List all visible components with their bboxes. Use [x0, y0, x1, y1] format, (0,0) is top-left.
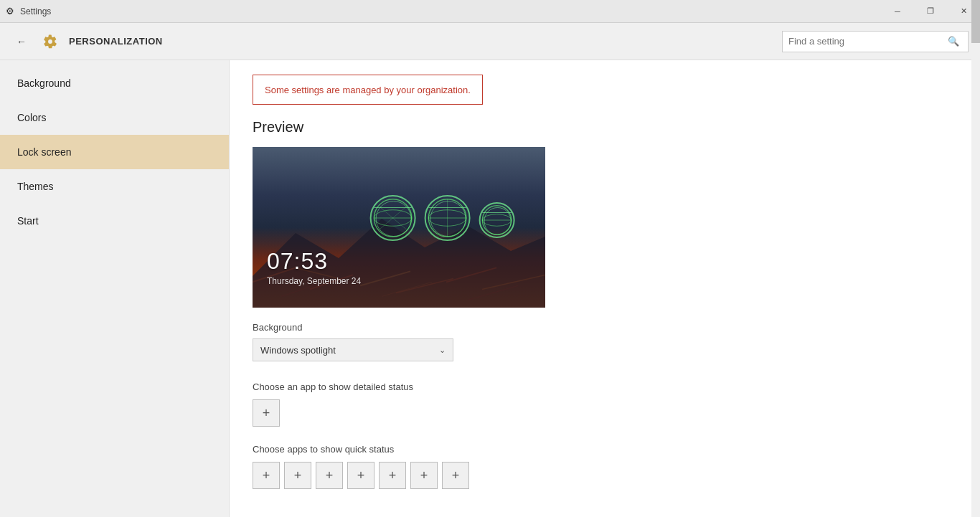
svg-line-8	[382, 283, 432, 297]
warning-box: Some settings are managed by your organi…	[253, 75, 483, 105]
sidebar-item-background[interactable]: Background	[0, 66, 229, 100]
sidebar: Background Colors Lock screen Themes Sta…	[0, 60, 230, 517]
chevron-down-icon: ⌄	[439, 346, 446, 355]
quick-add-button-1[interactable]: +	[253, 462, 280, 489]
clock-time: 07:53	[267, 248, 361, 275]
scrollbar-thumb[interactable]	[971, 0, 980, 43]
plus-icon-1: +	[263, 468, 270, 483]
headerbar: ← PERSONALIZATION 🔍	[0, 23, 980, 60]
quick-add-button-4[interactable]: +	[347, 462, 374, 489]
sidebar-item-label: Background	[17, 77, 71, 89]
warning-text: Some settings are managed by your organi…	[265, 85, 471, 95]
background-label: Background	[253, 322, 957, 333]
content-area: Some settings are managed by your organi…	[230, 60, 980, 517]
svg-line-4	[396, 279, 453, 293]
gear-icon	[40, 32, 60, 52]
preview-image: 07:53 Thursday, September 24	[253, 147, 545, 308]
sidebar-item-colors[interactable]: Colors	[0, 100, 229, 135]
quick-add-button-5[interactable]: +	[379, 462, 406, 489]
choose-quick-label: Choose apps to show quick status	[253, 444, 957, 455]
search-input[interactable]	[783, 36, 941, 47]
svg-line-3	[360, 272, 410, 286]
search-icon-button[interactable]: 🔍	[941, 31, 966, 52]
minimize-button[interactable]: ─	[881, 0, 914, 23]
back-button[interactable]: ←	[11, 32, 32, 52]
quick-add-button-7[interactable]: +	[442, 462, 469, 489]
titlebar-icon: ⚙	[6, 6, 14, 16]
search-box: 🔍	[782, 31, 969, 52]
background-dropdown[interactable]: Windows spotlight ⌄	[253, 338, 453, 361]
orb-2	[425, 195, 471, 241]
sidebar-item-label: Themes	[17, 181, 54, 192]
sidebar-item-themes[interactable]: Themes	[0, 169, 229, 204]
titlebar-left: ⚙ Settings	[6, 6, 51, 16]
sidebar-item-label: Start	[17, 215, 39, 227]
sidebar-item-label: Lock screen	[17, 146, 71, 158]
choose-detailed-label: Choose an app to show detailed status	[253, 381, 957, 392]
quick-add-button-2[interactable]: +	[284, 462, 311, 489]
dropdown-value: Windows spotlight	[260, 345, 336, 356]
page-title: PERSONALIZATION	[69, 36, 163, 47]
orb-1	[370, 195, 416, 241]
sidebar-item-label: Colors	[17, 112, 46, 123]
quick-add-button-3[interactable]: +	[316, 462, 343, 489]
main-layout: Background Colors Lock screen Themes Sta…	[0, 60, 980, 517]
maximize-button[interactable]: ❐	[914, 0, 947, 23]
add-detailed-app-button[interactable]: +	[253, 399, 280, 427]
quick-status-buttons: + + + + + + +	[253, 462, 957, 489]
orbs-container	[370, 195, 515, 241]
plus-icon-5: +	[389, 468, 397, 483]
clock-overlay: 07:53 Thursday, September 24	[267, 248, 361, 286]
plus-icon-3: +	[326, 468, 334, 483]
sidebar-item-lock-screen[interactable]: Lock screen	[0, 135, 229, 169]
preview-section-label: Preview	[253, 119, 957, 136]
plus-icon-4: +	[357, 468, 365, 483]
plus-icon-7: +	[452, 468, 460, 483]
preview-background: 07:53 Thursday, September 24	[253, 147, 545, 308]
scrollbar-track[interactable]	[971, 0, 980, 517]
plus-icon-6: +	[420, 468, 428, 483]
sidebar-item-start[interactable]: Start	[0, 204, 229, 238]
quick-add-button-6[interactable]: +	[410, 462, 438, 489]
svg-line-9	[468, 286, 518, 300]
titlebar-controls: ─ ❐ ✕	[881, 0, 980, 23]
plus-icon-2: +	[294, 468, 302, 483]
svg-line-5	[446, 268, 496, 283]
plus-icon: +	[263, 406, 270, 421]
titlebar: ⚙ Settings ─ ❐ ✕	[0, 0, 980, 23]
clock-date: Thursday, September 24	[267, 276, 361, 286]
orb-3	[479, 202, 515, 238]
titlebar-title: Settings	[20, 6, 51, 16]
